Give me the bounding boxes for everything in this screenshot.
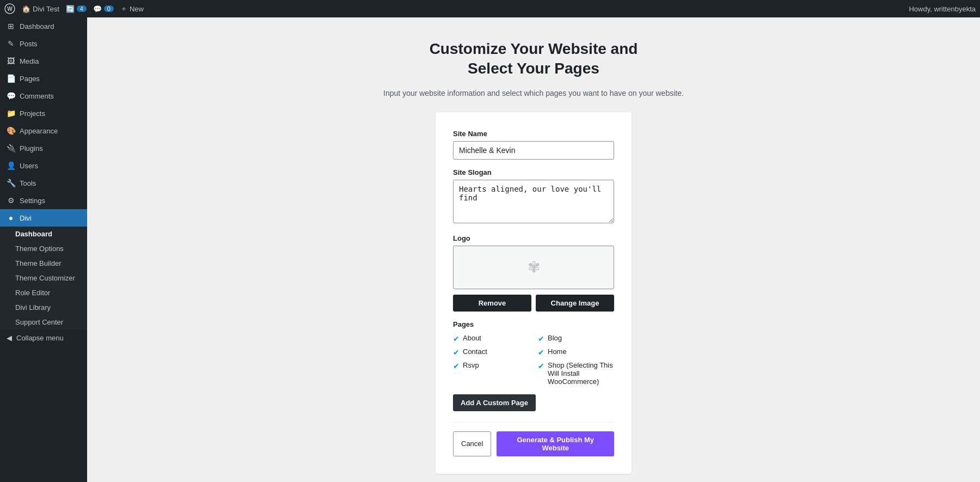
submenu-item-divi-library[interactable]: Divi Library: [0, 300, 87, 315]
tools-icon: 🔧: [7, 179, 15, 187]
dashboard-icon: ⊞: [7, 22, 15, 30]
sidebar: ⊞ Dashboard ✎ Posts 🖼 Media 📄 Pages 💬 Co…: [0, 17, 87, 482]
media-icon: 🖼: [7, 57, 15, 65]
change-image-button[interactable]: Change Image: [536, 295, 614, 312]
check-icon-shop: ✔: [538, 362, 544, 370]
settings-icon: ⚙: [7, 196, 15, 205]
updates-button[interactable]: 🔄 4: [66, 5, 87, 13]
form-card: Site Name Site Slogan Logo ✾ Remove Chan…: [436, 112, 632, 474]
divi-submenu: Dashboard Theme Options Theme Builder Th…: [0, 227, 87, 330]
projects-icon: 📁: [7, 109, 15, 118]
sidebar-item-posts[interactable]: ✎ Posts: [0, 35, 87, 52]
logo-label: Logo: [453, 234, 614, 242]
page-label-home: Home: [548, 347, 567, 356]
sidebar-item-divi[interactable]: ● Divi: [0, 209, 87, 227]
page-check-rsvp: ✔ Rsvp: [453, 361, 529, 386]
sidebar-item-label: Media: [20, 57, 39, 65]
updates-badge: 4: [77, 5, 87, 12]
plugins-icon: 🔌: [7, 144, 15, 152]
remove-button[interactable]: Remove: [453, 295, 531, 312]
logo-button-row: Remove Change Image: [453, 295, 614, 312]
sidebar-item-settings[interactable]: ⚙ Settings: [0, 192, 87, 209]
logo-placeholder-icon: ✾: [528, 258, 540, 276]
sidebar-item-label: Pages: [20, 75, 40, 83]
page-check-home: ✔ Home: [538, 347, 614, 357]
collapse-menu-button[interactable]: ◀ Collapse menu: [0, 330, 87, 346]
comments-badge: 0: [104, 5, 114, 12]
comments-nav-icon: 💬: [7, 91, 15, 100]
new-button[interactable]: ＋ New: [120, 4, 144, 14]
page-check-about: ✔ About: [453, 334, 529, 343]
main-content: Customize Your Website andSelect Your Pa…: [87, 17, 980, 482]
page-label-shop: Shop (Selecting This Will Install WooCom…: [548, 361, 614, 386]
site-name-group: Site Name: [453, 130, 614, 160]
page-check-shop: ✔ Shop (Selecting This Will Install WooC…: [538, 361, 614, 386]
sidebar-item-users[interactable]: 👤 Users: [0, 157, 87, 174]
sidebar-item-label: Plugins: [20, 144, 43, 152]
page-label-rsvp: Rsvp: [463, 361, 479, 369]
submenu-item-support-center[interactable]: Support Center: [0, 315, 87, 330]
submenu-item-theme-options[interactable]: Theme Options: [0, 241, 87, 256]
sidebar-item-dashboard[interactable]: ⊞ Dashboard: [0, 17, 87, 35]
howdy-label: Howdy, writtenbyekta: [909, 5, 976, 13]
submenu-item-role-editor[interactable]: Role Editor: [0, 285, 87, 300]
page-label-blog: Blog: [548, 334, 562, 342]
check-icon-about: ✔: [453, 334, 460, 343]
logo-group: Logo ✾ Remove Change Image: [453, 234, 614, 312]
page-subtitle: Input your website information and selec…: [383, 88, 684, 99]
submenu-item-theme-builder[interactable]: Theme Builder: [0, 256, 87, 271]
site-name-label: Divi Test: [33, 5, 59, 13]
add-custom-page-container: Add A Custom Page: [453, 394, 614, 422]
sidebar-item-projects[interactable]: 📁 Projects: [0, 105, 87, 122]
new-label: New: [130, 5, 144, 13]
page-label-contact: Contact: [463, 347, 487, 356]
page-check-contact: ✔ Contact: [453, 347, 529, 357]
sidebar-item-appearance[interactable]: 🎨 Appearance: [0, 122, 87, 139]
page-title: Customize Your Website andSelect Your Pa…: [430, 39, 638, 79]
form-footer: Cancel Generate & Publish My Website: [453, 422, 614, 456]
sidebar-item-media[interactable]: 🖼 Media: [0, 52, 87, 70]
sidebar-item-pages[interactable]: 📄 Pages: [0, 70, 87, 87]
site-name-input[interactable]: [453, 141, 614, 160]
site-icon: 🏠: [22, 5, 30, 13]
publish-button[interactable]: Generate & Publish My Website: [497, 431, 614, 456]
sidebar-item-label: Posts: [20, 40, 38, 48]
cancel-button[interactable]: Cancel: [453, 431, 491, 456]
svg-text:W: W: [7, 6, 13, 12]
site-slogan-group: Site Slogan: [453, 168, 614, 225]
site-name-button[interactable]: 🏠 Divi Test: [22, 5, 59, 13]
sidebar-item-tools[interactable]: 🔧 Tools: [0, 174, 87, 192]
check-icon-rsvp: ✔: [453, 362, 460, 370]
sidebar-item-label: Appearance: [20, 127, 58, 135]
plus-icon: ＋: [120, 4, 127, 14]
wp-logo-button[interactable]: W: [4, 3, 15, 14]
admin-bar: W 🏠 Divi Test 🔄 4 💬 0 ＋ New Howdy, writt…: [0, 0, 980, 17]
sidebar-item-label: Tools: [20, 179, 36, 187]
submenu-item-dashboard[interactable]: Dashboard: [0, 227, 87, 241]
sidebar-item-label: Comments: [20, 92, 54, 100]
site-slogan-input[interactable]: [453, 180, 614, 223]
sidebar-item-plugins[interactable]: 🔌 Plugins: [0, 139, 87, 157]
check-icon-contact: ✔: [453, 348, 460, 357]
comments-icon: 💬: [93, 5, 102, 13]
comments-button[interactable]: 💬 0: [93, 5, 114, 13]
submenu-item-theme-customizer[interactable]: Theme Customizer: [0, 271, 87, 285]
sidebar-item-comments[interactable]: 💬 Comments: [0, 87, 87, 105]
posts-icon: ✎: [7, 39, 15, 48]
pages-icon: 📄: [7, 74, 15, 83]
updates-icon: 🔄: [66, 5, 75, 13]
check-icon-blog: ✔: [538, 334, 544, 343]
pages-grid: ✔ About ✔ Blog ✔ Contact ✔ Home: [453, 334, 614, 386]
collapse-icon: ◀: [7, 334, 12, 342]
pages-group: Pages ✔ About ✔ Blog ✔ Contact: [453, 320, 614, 386]
divi-label: Divi: [20, 214, 32, 222]
sidebar-item-label: Users: [20, 162, 38, 170]
pages-label: Pages: [453, 320, 614, 328]
collapse-label: Collapse menu: [16, 334, 64, 342]
add-custom-page-button[interactable]: Add A Custom Page: [453, 394, 536, 411]
logo-area: ✾: [453, 246, 614, 289]
appearance-icon: 🎨: [7, 126, 15, 135]
sidebar-item-label: Settings: [20, 197, 45, 205]
page-check-blog: ✔ Blog: [538, 334, 614, 343]
page-label-about: About: [463, 334, 481, 342]
